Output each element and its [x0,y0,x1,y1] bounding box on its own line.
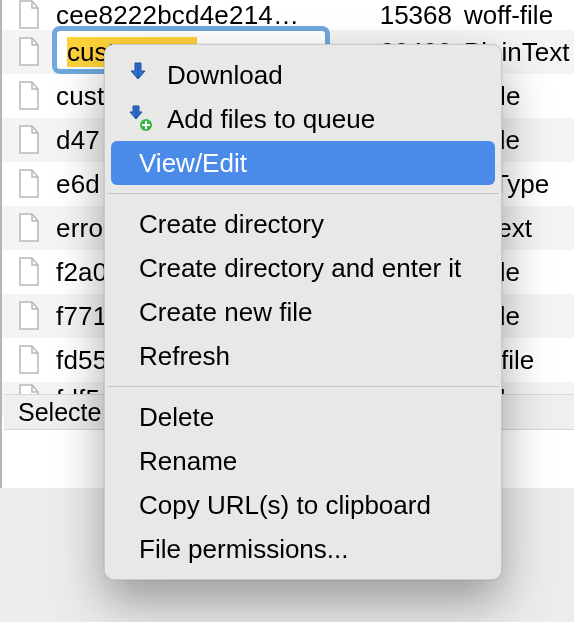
file-size: 15368 [372,0,464,31]
context-menu: Download Add files to queue View/Edit Cr… [104,44,502,580]
menu-create-directory[interactable]: Create directory [111,202,495,246]
menu-label: Add files to queue [167,104,375,135]
menu-separator [107,386,499,387]
menu-create-new-file[interactable]: Create new file [111,290,495,334]
status-text: Selecte [18,398,101,427]
file-icon [2,37,56,67]
menu-label: View/Edit [139,148,247,179]
menu-add-to-queue[interactable]: Add files to queue [111,97,495,141]
file-icon [2,257,56,287]
menu-label: Create directory [139,209,324,240]
menu-label: Create new file [139,297,312,328]
file-icon [2,169,56,199]
menu-copy-url[interactable]: Copy URL(s) to clipboard [111,483,495,527]
menu-label: Create directory and enter it [139,253,461,284]
file-icon [2,0,56,30]
menu-separator [107,193,499,194]
menu-download[interactable]: Download [111,53,495,97]
file-icon [2,301,56,331]
file-icon [2,81,56,111]
menu-file-permissions[interactable]: File permissions... [111,527,495,571]
menu-refresh[interactable]: Refresh [111,334,495,378]
file-icon [2,213,56,243]
file-icon [2,125,56,155]
menu-view-edit[interactable]: View/Edit [111,141,495,185]
download-icon [125,61,167,89]
file-icon [2,345,56,375]
menu-label: File permissions... [139,534,349,565]
menu-rename[interactable]: Rename [111,439,495,483]
menu-create-directory-enter[interactable]: Create directory and enter it [111,246,495,290]
menu-label: Download [167,60,283,91]
menu-delete[interactable]: Delete [111,395,495,439]
add-to-queue-icon [125,105,167,133]
menu-label: Delete [139,402,214,433]
menu-label: Rename [139,446,237,477]
file-type: woff-file [464,0,574,31]
menu-label: Refresh [139,341,230,372]
menu-label: Copy URL(s) to clipboard [139,490,431,521]
